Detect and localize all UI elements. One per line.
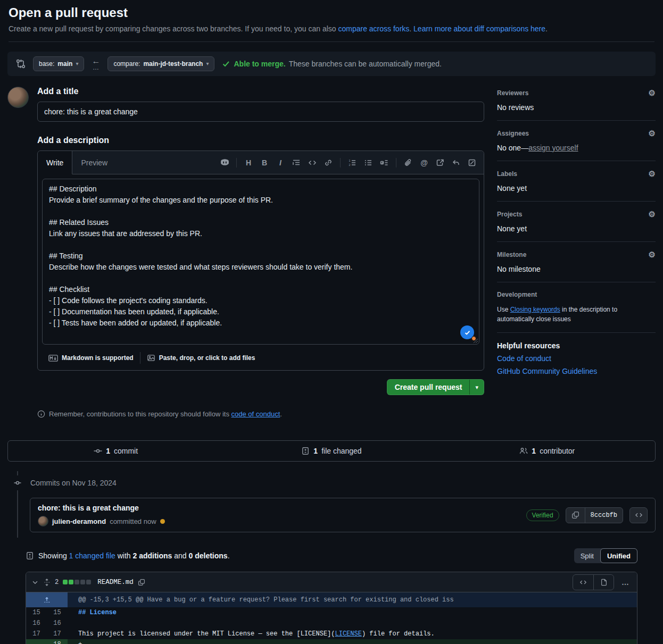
split-view-button[interactable]: Split bbox=[574, 548, 600, 563]
gear-icon[interactable]: ⚙ bbox=[649, 129, 656, 137]
commit-status-dot[interactable] bbox=[160, 519, 165, 524]
numbered-list-icon[interactable]: 12 bbox=[345, 155, 360, 170]
reply-icon[interactable] bbox=[449, 155, 463, 170]
task-list-icon[interactable] bbox=[377, 155, 392, 170]
showing-row: Showing 1 changed file with 2 additions … bbox=[26, 548, 637, 563]
base-branch-selector[interactable]: base:main ▾ bbox=[33, 56, 84, 71]
diff-view-buttons bbox=[573, 574, 614, 590]
file-diff-icon bbox=[301, 447, 310, 455]
diff-stat-squares bbox=[63, 580, 91, 584]
commit-icon bbox=[94, 447, 102, 455]
quote-icon[interactable] bbox=[289, 155, 304, 170]
code-of-conduct-link[interactable]: code of conduct bbox=[231, 410, 280, 418]
description-heading: Add a description bbox=[37, 136, 484, 145]
copy-icon[interactable] bbox=[138, 579, 145, 586]
changed-file-link[interactable]: 1 changed file bbox=[69, 551, 115, 560]
svg-text:2: 2 bbox=[349, 163, 351, 166]
compare-branch-selector[interactable]: compare:main-jd-test-branch ▾ bbox=[107, 56, 214, 71]
pr-title-input[interactable] bbox=[37, 102, 484, 122]
resize-handle[interactable] bbox=[473, 338, 478, 344]
avatar bbox=[7, 87, 29, 108]
gear-icon[interactable]: ⚙ bbox=[649, 89, 656, 97]
toolbar-divider bbox=[236, 158, 237, 168]
verified-badge[interactable]: Verified bbox=[526, 509, 559, 521]
contributors-stat[interactable]: 1contributor bbox=[440, 447, 655, 455]
saved-replies-icon[interactable] bbox=[465, 155, 479, 170]
create-pr-button[interactable]: Create pull request bbox=[387, 380, 470, 395]
gear-icon[interactable]: ⚙ bbox=[649, 210, 656, 218]
create-pr-dropdown[interactable]: ▾ bbox=[469, 380, 484, 395]
code-of-conduct-resource-link[interactable]: Code of conduct bbox=[497, 354, 656, 363]
mention-icon[interactable]: @ bbox=[417, 155, 432, 170]
files-changed-stat[interactable]: 1file changed bbox=[223, 447, 439, 455]
diff-body: @@ -15,3 +15,5 @@ Have a bug or a featur… bbox=[26, 592, 637, 644]
copy-icon bbox=[571, 511, 579, 519]
diff-filename[interactable]: README.md bbox=[97, 579, 134, 586]
source-view-button[interactable] bbox=[573, 575, 593, 590]
gear-icon[interactable]: ⚙ bbox=[649, 170, 656, 178]
markdown-editor: Write Preview H B I bbox=[37, 150, 484, 371]
heading-icon[interactable]: H bbox=[241, 155, 256, 170]
info-icon bbox=[37, 410, 45, 418]
commit-sha-link[interactable]: 8cccbfb bbox=[585, 508, 623, 523]
sidebar-section-projects: Projects ⚙ None yet bbox=[497, 210, 656, 242]
chevron-down-icon[interactable] bbox=[31, 579, 39, 586]
link-icon[interactable] bbox=[321, 155, 336, 170]
markdown-icon bbox=[48, 355, 58, 362]
assign-yourself-link[interactable]: assign yourself bbox=[528, 144, 578, 152]
create-pr-button-group: Create pull request ▾ bbox=[387, 379, 484, 395]
code-icon[interactable] bbox=[305, 155, 320, 170]
compare-direction: ← … bbox=[92, 57, 100, 71]
diff-line: 17 17 This project is licensed under the… bbox=[26, 629, 637, 639]
italic-icon[interactable]: I bbox=[273, 155, 288, 170]
copy-sha-button[interactable] bbox=[566, 508, 585, 523]
diff-card: 2 README.md … bbox=[26, 572, 637, 644]
file-diff-icon bbox=[26, 551, 34, 560]
subtitle-text: Create a new pull request by comparing c… bbox=[9, 24, 338, 33]
closing-keywords-link[interactable]: Closing keywords bbox=[510, 306, 560, 313]
unified-view-button[interactable]: Unified bbox=[600, 548, 637, 563]
bold-icon[interactable]: B bbox=[257, 155, 272, 170]
sidebar-section-development: Development Use Closing keywords in the … bbox=[497, 291, 656, 333]
diff-comparisons-link[interactable]: Learn more about diff comparisons here bbox=[413, 24, 545, 33]
cross-reference-icon[interactable] bbox=[433, 155, 447, 170]
avatar bbox=[38, 516, 48, 526]
copilot-icon[interactable] bbox=[217, 155, 232, 170]
diff-file-header: 2 README.md … bbox=[26, 572, 637, 592]
diff-hunk-row: @@ -15,3 +15,5 @@ Have a bug or a featur… bbox=[26, 592, 637, 607]
community-guidelines-link[interactable]: GitHub Community Guidelines bbox=[497, 367, 656, 375]
unfold-icon[interactable] bbox=[43, 579, 51, 586]
commit-title-link[interactable]: chore: this is a great change bbox=[38, 504, 520, 512]
conduct-note: Remember, contributions to this reposito… bbox=[37, 410, 484, 418]
tab-preview[interactable]: Preview bbox=[72, 151, 116, 174]
ellipsis-icon: … bbox=[93, 64, 100, 71]
rich-file-view-button[interactable] bbox=[593, 575, 614, 590]
diff-line: 16 16 bbox=[26, 618, 637, 629]
pr-stats-bar: 1commit 1file changed 1contributor bbox=[7, 440, 656, 462]
chevron-down-icon: ▾ bbox=[475, 384, 478, 390]
gear-icon[interactable]: ⚙ bbox=[649, 250, 656, 258]
license-link[interactable]: LICENSE bbox=[335, 630, 361, 638]
kebab-menu-icon[interactable]: … bbox=[619, 578, 632, 587]
markdown-supported[interactable]: Markdown is supported bbox=[42, 354, 140, 362]
expand-up-button[interactable] bbox=[26, 592, 68, 607]
browse-code-button[interactable] bbox=[629, 507, 648, 523]
page-title: Open a pull request bbox=[9, 5, 654, 20]
editor-footer: Markdown is supported Paste, drop, or cl… bbox=[38, 349, 484, 370]
diff-view-toggle: Split Unified bbox=[574, 548, 637, 563]
commit-author-link[interactable]: julien-deramond bbox=[52, 517, 106, 525]
paste-drop-files[interactable]: Paste, drop, or click to add files bbox=[140, 354, 262, 362]
chevron-down-icon: ▾ bbox=[76, 61, 78, 66]
hunk-header: @@ -15,3 +15,5 @@ Have a bug or a featur… bbox=[68, 592, 637, 607]
chevron-down-icon: ▾ bbox=[206, 61, 209, 66]
commit-icon bbox=[13, 475, 22, 490]
commits-date-heading: Commits on Nov 18, 2024 bbox=[7, 475, 656, 490]
svg-text:1: 1 bbox=[349, 159, 351, 162]
tab-write[interactable]: Write bbox=[38, 151, 72, 174]
pr-description-textarea[interactable]: ## Description Provide a brief summary o… bbox=[42, 179, 479, 345]
compare-across-forks-link[interactable]: compare across forks bbox=[338, 24, 409, 33]
bullet-list-icon[interactable] bbox=[361, 155, 376, 170]
attach-file-icon[interactable] bbox=[401, 155, 416, 170]
commits-section: Commits on Nov 18, 2024 chore: this is a… bbox=[7, 475, 656, 538]
commits-stat[interactable]: 1commit bbox=[8, 447, 223, 455]
